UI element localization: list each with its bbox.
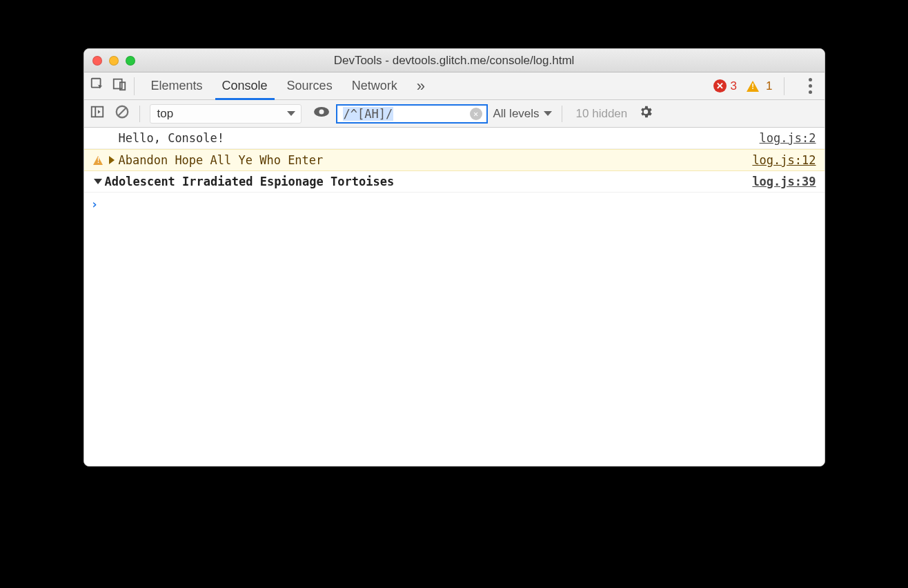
clear-console-icon[interactable]	[115, 104, 130, 123]
more-menu-button[interactable]	[802, 78, 819, 94]
svg-rect-1	[113, 79, 121, 89]
expand-icon[interactable]	[109, 156, 115, 164]
console-message-log[interactable]: Hello, Console! log.js:2	[84, 128, 825, 149]
clear-filter-icon[interactable]: ✕	[470, 108, 482, 120]
log-levels-select[interactable]: All levels	[493, 107, 552, 121]
filter-text: /^[AH]/	[343, 107, 394, 121]
inspect-element-icon[interactable]	[90, 77, 105, 95]
tab-console[interactable]: Console	[213, 72, 277, 99]
svg-rect-3	[91, 107, 103, 117]
console-message-group[interactable]: Adolescent Irradiated Espionage Tortoise…	[84, 171, 825, 193]
console-settings-icon[interactable]	[638, 104, 653, 123]
window-title: DevTools - devtools.glitch.me/console/lo…	[84, 54, 825, 68]
source-link[interactable]: log.js:39	[752, 175, 816, 188]
console-sidebar-toggle-icon[interactable]	[90, 104, 105, 123]
prompt-chevron-icon: ›	[91, 197, 99, 211]
hidden-messages-count[interactable]: 10 hidden	[576, 107, 628, 121]
console-output: Hello, Console! log.js:2 Abandon Hope Al…	[84, 128, 825, 466]
warning-icon[interactable]	[747, 81, 759, 92]
window-controls	[92, 56, 135, 66]
live-expression-icon[interactable]	[313, 104, 330, 123]
message-text: Hello, Console!	[119, 131, 225, 145]
error-count[interactable]: 3	[731, 79, 737, 93]
main-tabbar: Elements Console Sources Network » ✕ 3 1	[84, 72, 825, 100]
tab-sources[interactable]: Sources	[277, 72, 342, 99]
warning-count[interactable]: 1	[766, 79, 772, 93]
minimize-window-button[interactable]	[109, 56, 119, 66]
context-label: top	[157, 107, 174, 121]
message-text: Abandon Hope All Ye Who Enter	[119, 153, 324, 167]
collapse-icon[interactable]	[94, 179, 102, 184]
filter-input[interactable]: /^[AH]/ ✕	[336, 104, 488, 124]
svg-point-9	[319, 110, 324, 115]
console-message-warning[interactable]: Abandon Hope All Ye Who Enter log.js:12	[84, 149, 825, 171]
tab-network[interactable]: Network	[342, 72, 407, 99]
message-text: Adolescent Irradiated Espionage Tortoise…	[105, 175, 395, 188]
dropdown-icon	[544, 111, 552, 116]
source-link[interactable]: log.js:2	[760, 131, 816, 145]
tabs-overflow-button[interactable]: »	[407, 72, 435, 99]
zoom-window-button[interactable]	[126, 56, 135, 66]
warning-badge-icon	[91, 156, 105, 165]
titlebar: DevTools - devtools.glitch.me/console/lo…	[84, 49, 825, 72]
tab-elements[interactable]: Elements	[141, 72, 213, 99]
console-toolbar: top /^[AH]/ ✕ All levels 10 hidden	[84, 100, 825, 128]
dropdown-icon	[287, 111, 295, 116]
svg-marker-5	[97, 110, 100, 114]
execution-context-select[interactable]: top	[150, 104, 302, 124]
console-prompt[interactable]: ›	[84, 193, 825, 215]
error-icon[interactable]: ✕	[713, 79, 727, 92]
source-link[interactable]: log.js:12	[752, 153, 816, 167]
close-window-button[interactable]	[92, 56, 102, 66]
device-toolbar-icon[interactable]	[112, 77, 127, 95]
devtools-window: DevTools - devtools.glitch.me/console/lo…	[83, 48, 825, 467]
svg-line-7	[118, 108, 126, 116]
